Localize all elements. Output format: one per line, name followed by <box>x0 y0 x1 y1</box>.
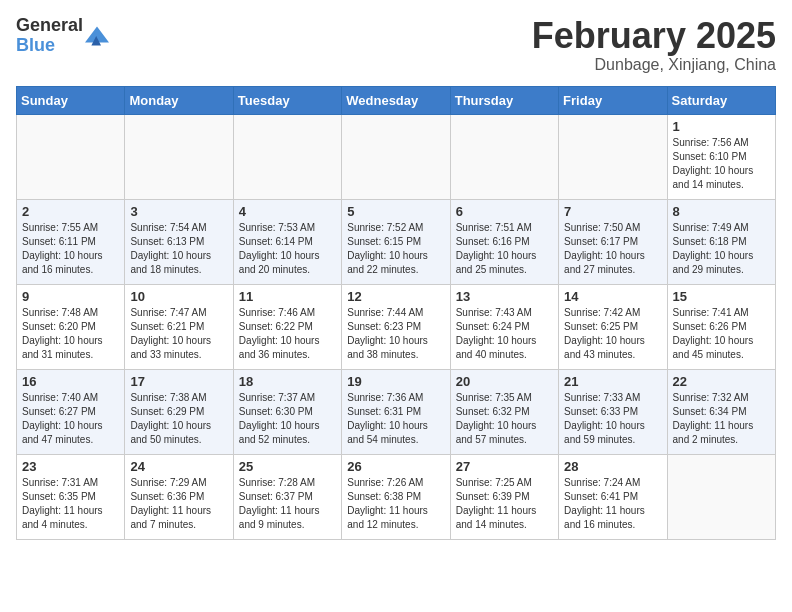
day-number: 8 <box>673 204 770 219</box>
day-number: 13 <box>456 289 553 304</box>
calendar-cell <box>17 114 125 199</box>
day-info: Sunrise: 7:56 AM Sunset: 6:10 PM Dayligh… <box>673 137 754 190</box>
day-number: 17 <box>130 374 227 389</box>
day-info: Sunrise: 7:37 AM Sunset: 6:30 PM Dayligh… <box>239 392 320 445</box>
day-info: Sunrise: 7:42 AM Sunset: 6:25 PM Dayligh… <box>564 307 645 360</box>
logo-icon <box>85 26 109 46</box>
day-number: 26 <box>347 459 444 474</box>
day-number: 21 <box>564 374 661 389</box>
calendar-cell: 11Sunrise: 7:46 AM Sunset: 6:22 PM Dayli… <box>233 284 341 369</box>
day-info: Sunrise: 7:54 AM Sunset: 6:13 PM Dayligh… <box>130 222 211 275</box>
day-number: 1 <box>673 119 770 134</box>
calendar-cell: 7Sunrise: 7:50 AM Sunset: 6:17 PM Daylig… <box>559 199 667 284</box>
day-info: Sunrise: 7:55 AM Sunset: 6:11 PM Dayligh… <box>22 222 103 275</box>
day-info: Sunrise: 7:49 AM Sunset: 6:18 PM Dayligh… <box>673 222 754 275</box>
day-number: 5 <box>347 204 444 219</box>
day-number: 20 <box>456 374 553 389</box>
calendar-cell: 5Sunrise: 7:52 AM Sunset: 6:15 PM Daylig… <box>342 199 450 284</box>
day-number: 2 <box>22 204 119 219</box>
calendar-cell: 15Sunrise: 7:41 AM Sunset: 6:26 PM Dayli… <box>667 284 775 369</box>
day-info: Sunrise: 7:35 AM Sunset: 6:32 PM Dayligh… <box>456 392 537 445</box>
calendar-cell: 25Sunrise: 7:28 AM Sunset: 6:37 PM Dayli… <box>233 454 341 539</box>
calendar-cell <box>233 114 341 199</box>
calendar-week-row: 23Sunrise: 7:31 AM Sunset: 6:35 PM Dayli… <box>17 454 776 539</box>
day-info: Sunrise: 7:28 AM Sunset: 6:37 PM Dayligh… <box>239 477 320 530</box>
day-number: 23 <box>22 459 119 474</box>
day-number: 7 <box>564 204 661 219</box>
title-block: February 2025 Dunbage, Xinjiang, China <box>532 16 776 74</box>
calendar-cell: 24Sunrise: 7:29 AM Sunset: 6:36 PM Dayli… <box>125 454 233 539</box>
calendar-cell: 16Sunrise: 7:40 AM Sunset: 6:27 PM Dayli… <box>17 369 125 454</box>
day-number: 18 <box>239 374 336 389</box>
day-number: 6 <box>456 204 553 219</box>
day-info: Sunrise: 7:32 AM Sunset: 6:34 PM Dayligh… <box>673 392 754 445</box>
day-number: 14 <box>564 289 661 304</box>
calendar-cell: 19Sunrise: 7:36 AM Sunset: 6:31 PM Dayli… <box>342 369 450 454</box>
location: Dunbage, Xinjiang, China <box>532 56 776 74</box>
calendar-cell: 4Sunrise: 7:53 AM Sunset: 6:14 PM Daylig… <box>233 199 341 284</box>
calendar-cell: 1Sunrise: 7:56 AM Sunset: 6:10 PM Daylig… <box>667 114 775 199</box>
day-number: 19 <box>347 374 444 389</box>
day-info: Sunrise: 7:43 AM Sunset: 6:24 PM Dayligh… <box>456 307 537 360</box>
calendar-cell: 18Sunrise: 7:37 AM Sunset: 6:30 PM Dayli… <box>233 369 341 454</box>
calendar-week-row: 2Sunrise: 7:55 AM Sunset: 6:11 PM Daylig… <box>17 199 776 284</box>
day-number: 28 <box>564 459 661 474</box>
calendar-cell <box>342 114 450 199</box>
calendar-header-row: SundayMondayTuesdayWednesdayThursdayFrid… <box>17 86 776 114</box>
calendar-cell: 14Sunrise: 7:42 AM Sunset: 6:25 PM Dayli… <box>559 284 667 369</box>
calendar-week-row: 16Sunrise: 7:40 AM Sunset: 6:27 PM Dayli… <box>17 369 776 454</box>
calendar-cell <box>125 114 233 199</box>
calendar-cell: 26Sunrise: 7:26 AM Sunset: 6:38 PM Dayli… <box>342 454 450 539</box>
day-number: 24 <box>130 459 227 474</box>
day-number: 16 <box>22 374 119 389</box>
day-info: Sunrise: 7:33 AM Sunset: 6:33 PM Dayligh… <box>564 392 645 445</box>
month-title: February 2025 <box>532 16 776 56</box>
calendar-cell: 17Sunrise: 7:38 AM Sunset: 6:29 PM Dayli… <box>125 369 233 454</box>
calendar-cell: 23Sunrise: 7:31 AM Sunset: 6:35 PM Dayli… <box>17 454 125 539</box>
day-number: 12 <box>347 289 444 304</box>
logo-text: GeneralBlue <box>16 16 83 56</box>
calendar-cell: 28Sunrise: 7:24 AM Sunset: 6:41 PM Dayli… <box>559 454 667 539</box>
weekday-header-saturday: Saturday <box>667 86 775 114</box>
weekday-header-wednesday: Wednesday <box>342 86 450 114</box>
calendar-week-row: 1Sunrise: 7:56 AM Sunset: 6:10 PM Daylig… <box>17 114 776 199</box>
day-number: 25 <box>239 459 336 474</box>
day-info: Sunrise: 7:53 AM Sunset: 6:14 PM Dayligh… <box>239 222 320 275</box>
day-number: 27 <box>456 459 553 474</box>
calendar-cell: 20Sunrise: 7:35 AM Sunset: 6:32 PM Dayli… <box>450 369 558 454</box>
day-number: 11 <box>239 289 336 304</box>
day-number: 10 <box>130 289 227 304</box>
day-info: Sunrise: 7:50 AM Sunset: 6:17 PM Dayligh… <box>564 222 645 275</box>
calendar-cell: 21Sunrise: 7:33 AM Sunset: 6:33 PM Dayli… <box>559 369 667 454</box>
calendar-cell: 2Sunrise: 7:55 AM Sunset: 6:11 PM Daylig… <box>17 199 125 284</box>
day-info: Sunrise: 7:51 AM Sunset: 6:16 PM Dayligh… <box>456 222 537 275</box>
calendar-cell <box>450 114 558 199</box>
day-info: Sunrise: 7:48 AM Sunset: 6:20 PM Dayligh… <box>22 307 103 360</box>
calendar-week-row: 9Sunrise: 7:48 AM Sunset: 6:20 PM Daylig… <box>17 284 776 369</box>
day-info: Sunrise: 7:25 AM Sunset: 6:39 PM Dayligh… <box>456 477 537 530</box>
calendar-cell: 6Sunrise: 7:51 AM Sunset: 6:16 PM Daylig… <box>450 199 558 284</box>
day-number: 4 <box>239 204 336 219</box>
weekday-header-monday: Monday <box>125 86 233 114</box>
day-number: 22 <box>673 374 770 389</box>
calendar-cell <box>667 454 775 539</box>
day-info: Sunrise: 7:40 AM Sunset: 6:27 PM Dayligh… <box>22 392 103 445</box>
calendar-cell: 10Sunrise: 7:47 AM Sunset: 6:21 PM Dayli… <box>125 284 233 369</box>
day-info: Sunrise: 7:26 AM Sunset: 6:38 PM Dayligh… <box>347 477 428 530</box>
page-header: GeneralBlue February 2025 Dunbage, Xinji… <box>16 16 776 74</box>
day-info: Sunrise: 7:46 AM Sunset: 6:22 PM Dayligh… <box>239 307 320 360</box>
day-info: Sunrise: 7:31 AM Sunset: 6:35 PM Dayligh… <box>22 477 103 530</box>
day-info: Sunrise: 7:41 AM Sunset: 6:26 PM Dayligh… <box>673 307 754 360</box>
logo: GeneralBlue <box>16 16 109 56</box>
weekday-header-thursday: Thursday <box>450 86 558 114</box>
weekday-header-friday: Friday <box>559 86 667 114</box>
calendar-cell: 12Sunrise: 7:44 AM Sunset: 6:23 PM Dayli… <box>342 284 450 369</box>
calendar-cell: 9Sunrise: 7:48 AM Sunset: 6:20 PM Daylig… <box>17 284 125 369</box>
day-info: Sunrise: 7:47 AM Sunset: 6:21 PM Dayligh… <box>130 307 211 360</box>
calendar-cell: 13Sunrise: 7:43 AM Sunset: 6:24 PM Dayli… <box>450 284 558 369</box>
day-info: Sunrise: 7:36 AM Sunset: 6:31 PM Dayligh… <box>347 392 428 445</box>
day-number: 9 <box>22 289 119 304</box>
day-number: 15 <box>673 289 770 304</box>
day-number: 3 <box>130 204 227 219</box>
calendar-cell: 8Sunrise: 7:49 AM Sunset: 6:18 PM Daylig… <box>667 199 775 284</box>
